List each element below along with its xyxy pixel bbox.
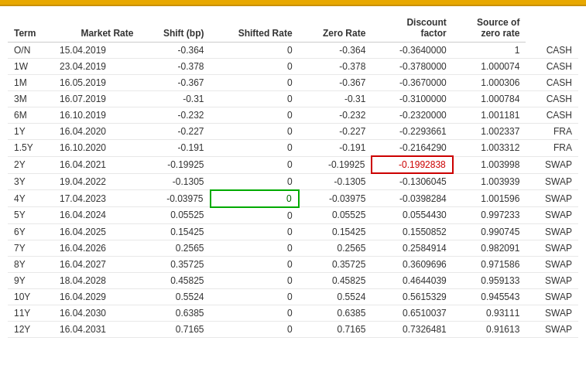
header-market-rate: Market Rate	[53, 14, 139, 43]
table-row: 6Y16.04.20250.1542500.154250.15508520.99…	[8, 223, 578, 240]
cell-date: 16.05.2019	[53, 75, 139, 91]
cell-shifted-rate: -0.31	[299, 91, 372, 107]
cell-discount-factor: 1.003939	[453, 173, 526, 190]
cell-term: 3Y	[8, 173, 53, 190]
cell-discount-factor: 1.000306	[453, 75, 526, 91]
cell-source: SWAP	[526, 207, 578, 224]
cell-zero-rate: -0.3640000	[372, 43, 452, 59]
cell-date: 16.04.2029	[53, 288, 139, 305]
cell-date: 19.04.2022	[53, 173, 139, 190]
cell-date: 16.04.2025	[53, 223, 139, 240]
cell-zero-rate: 0.1550852	[372, 223, 452, 240]
table-row: 11Y16.04.20300.638500.63850.65100370.931…	[8, 305, 578, 321]
cell-term: 7Y	[8, 240, 53, 256]
cell-market-rate: -0.364	[139, 43, 210, 59]
header-discount-factor: Discountfactor	[372, 14, 452, 43]
cell-term: 5Y	[8, 207, 53, 224]
table-row: 1.5Y16.10.2020-0.1910-0.191-0.21642901.0…	[8, 140, 578, 157]
table-row: 3M16.07.2019-0.310-0.31-0.31000001.00078…	[8, 91, 578, 107]
cell-shift: 0	[211, 207, 299, 224]
cell-date: 16.04.2021	[53, 156, 139, 173]
cell-discount-factor: 0.997233	[453, 207, 526, 224]
cell-term: 1.5Y	[8, 140, 53, 157]
cell-source: CASH	[526, 91, 578, 107]
cell-zero-rate: -0.2164290	[372, 140, 452, 157]
cell-shifted-rate: -0.227	[299, 124, 372, 140]
cell-source: CASH	[526, 59, 578, 75]
cell-date: 16.10.2019	[53, 107, 139, 124]
cell-term: 2Y	[8, 156, 53, 173]
cell-market-rate: -0.232	[139, 107, 210, 124]
cell-date: 16.04.2020	[53, 124, 139, 140]
cell-date: 17.04.2023	[53, 190, 139, 207]
cell-zero-rate: -0.2320000	[372, 107, 452, 124]
cell-discount-factor: 1.001181	[453, 107, 526, 124]
cell-date: 15.04.2019	[53, 43, 139, 59]
cell-zero-rate: -0.3780000	[372, 59, 452, 75]
cell-discount-factor: 1.000074	[453, 59, 526, 75]
cell-term: 1M	[8, 75, 53, 91]
cell-market-rate: -0.191	[139, 140, 210, 157]
cell-source: FRA	[526, 124, 578, 140]
cell-date: 23.04.2019	[53, 59, 139, 75]
cell-shifted-rate: 0.7165	[299, 321, 372, 337]
cell-discount-factor: 1.000784	[453, 91, 526, 107]
cell-discount-factor: 0.982091	[453, 240, 526, 256]
cell-market-rate: 0.2565	[139, 240, 210, 256]
cell-shift: 0	[211, 91, 299, 107]
table-container: Term Market Rate Shift (bp) Shifted Rate…	[0, 6, 586, 346]
cell-zero-rate: 0.6510037	[372, 305, 452, 321]
table-body: O/N15.04.2019-0.3640-0.364-0.36400001CAS…	[8, 43, 578, 338]
cell-discount-factor: 0.93111	[453, 305, 526, 321]
table-row: O/N15.04.2019-0.3640-0.364-0.36400001CAS…	[8, 43, 578, 59]
header-zero-rate: Zero Rate	[299, 14, 372, 43]
cell-source: CASH	[526, 107, 578, 124]
cell-term: 6Y	[8, 223, 53, 240]
cell-shifted-rate: -0.03975	[299, 190, 372, 207]
table-row: 7Y16.04.20260.256500.25650.25849140.9820…	[8, 240, 578, 256]
cell-shift: 0	[211, 59, 299, 75]
cell-shift: 0	[211, 173, 299, 190]
cell-source: SWAP	[526, 288, 578, 305]
cell-term: 4Y	[8, 190, 53, 207]
cell-zero-rate: -0.3670000	[372, 75, 452, 91]
cell-discount-factor: 0.990745	[453, 223, 526, 240]
cell-discount-factor: 0.945543	[453, 288, 526, 305]
cell-shift: 0	[211, 140, 299, 157]
cell-shifted-rate: -0.19925	[299, 156, 372, 173]
cell-shift: 0	[211, 305, 299, 321]
header-source: Source ofzero rate	[453, 14, 526, 43]
cell-discount-factor: 1.003312	[453, 140, 526, 157]
cell-term: 12Y	[8, 321, 53, 337]
table-row: 9Y18.04.20280.4582500.458250.46440390.95…	[8, 272, 578, 288]
cell-discount-factor: 1.001596	[453, 190, 526, 207]
cell-source: FRA	[526, 140, 578, 157]
cell-shift: 0	[211, 223, 299, 240]
cell-zero-rate: 0.3609696	[372, 256, 452, 272]
cell-term: 3M	[8, 91, 53, 107]
cell-shift[interactable]: 0	[211, 190, 299, 207]
cell-date: 16.04.2026	[53, 240, 139, 256]
cell-discount-factor: 1	[453, 43, 526, 59]
cell-shifted-rate: 0.2565	[299, 240, 372, 256]
cell-shifted-rate: -0.364	[299, 43, 372, 59]
cell-zero-rate: 0.7326481	[372, 321, 452, 337]
table-row: 3Y19.04.2022-0.13050-0.1305-0.13060451.0…	[8, 173, 578, 190]
top-bar	[0, 0, 586, 6]
cell-discount-factor: 0.959133	[453, 272, 526, 288]
cell-discount-factor: 0.91613	[453, 321, 526, 337]
cell-market-rate: -0.31	[139, 91, 210, 107]
cell-shifted-rate: 0.6385	[299, 305, 372, 321]
cell-shift: 0	[211, 321, 299, 337]
cell-market-rate: 0.15425	[139, 223, 210, 240]
cell-discount-factor: 1.002337	[453, 124, 526, 140]
cell-term: 10Y	[8, 288, 53, 305]
cell-zero-rate: 0.4644039	[372, 272, 452, 288]
cell-shifted-rate: -0.1305	[299, 173, 372, 190]
cell-date: 16.04.2031	[53, 321, 139, 337]
cell-term: 1Y	[8, 124, 53, 140]
cell-shift: 0	[211, 272, 299, 288]
cell-shift: 0	[211, 75, 299, 91]
table-row: 6M16.10.2019-0.2320-0.232-0.23200001.001…	[8, 107, 578, 124]
cell-zero-rate: -0.0398284	[372, 190, 452, 207]
